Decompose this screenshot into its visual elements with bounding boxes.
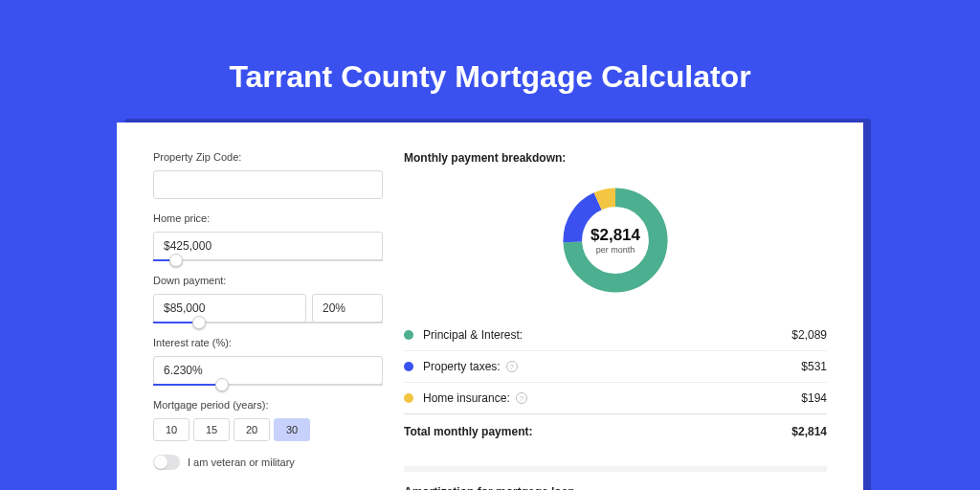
period-field: Mortgage period (years): 10152030 [153,399,383,441]
interest-field: Interest rate (%): [153,337,383,386]
veteran-toggle[interactable] [153,455,180,470]
zip-label: Property Zip Code: [153,151,383,163]
breakdown-item-value: $531 [801,360,827,373]
down-payment-field: Down payment: [153,275,383,323]
period-option-10[interactable]: 10 [153,418,189,441]
breakdown-row: Property taxes:?$531 [404,350,827,382]
donut-amount: $2,814 [590,226,640,245]
breakdown-item-name: Property taxes: [423,360,501,373]
calculator-card: Property Zip Code: Home price: Down paym… [117,122,863,490]
breakdown-item-name: Home insurance: [423,391,510,405]
slider-thumb[interactable] [169,254,183,267]
interest-slider[interactable] [153,384,383,386]
amortization-section: Amortization for mortgage loan Amortizat… [404,466,827,490]
interest-input[interactable] [153,356,383,385]
period-option-20[interactable]: 20 [234,418,270,441]
period-option-15[interactable]: 15 [193,418,230,441]
donut-sublabel: per month [596,245,635,255]
breakdown-title: Monthly payment breakdown: [404,151,827,165]
down-payment-input[interactable] [153,294,306,323]
breakdown-item-value: $194 [801,391,827,405]
legend-dot [404,393,413,403]
toggle-knob [154,456,167,469]
breakdown-total-row: Total monthly payment: $2,814 [404,413,827,449]
zip-field: Property Zip Code: [153,151,383,199]
breakdown-row: Principal & Interest:$2,089 [404,320,827,350]
interest-label: Interest rate (%): [153,337,383,348]
breakdown-list: Principal & Interest:$2,089Property taxe… [404,320,827,413]
veteran-row: I am veteran or military [153,455,383,470]
help-icon[interactable]: ? [516,392,527,404]
slider-thumb[interactable] [215,378,229,391]
legend-dot [404,330,413,340]
down-payment-label: Down payment: [153,275,383,286]
legend-dot [404,362,413,371]
breakdown-item-name: Principal & Interest: [423,328,523,342]
home-price-field: Home price: [153,212,383,261]
amortization-title: Amortization for mortgage loan [404,485,827,490]
breakdown-item-value: $2,089 [791,328,827,342]
total-value: $2,814 [791,425,827,438]
down-payment-slider[interactable] [153,322,383,323]
veteran-label: I am veteran or military [188,457,295,468]
zip-input[interactable] [153,170,383,199]
slider-thumb[interactable] [192,316,206,329]
period-options: 10152030 [153,418,383,441]
form-column: Property Zip Code: Home price: Down paym… [153,151,383,490]
help-icon[interactable]: ? [506,361,518,372]
breakdown-row: Home insurance:?$194 [404,382,827,413]
total-label: Total monthly payment: [404,425,532,438]
page-title: Tarrant County Mortgage Calculator [0,0,980,95]
home-price-label: Home price: [153,212,383,224]
down-payment-pct-input[interactable] [312,294,383,323]
donut-chart: $2,814 per month [404,178,827,302]
breakdown-column: Monthly payment breakdown: $2,814 per mo… [404,151,827,490]
home-price-input[interactable] [153,232,383,260]
home-price-slider[interactable] [153,259,383,261]
period-label: Mortgage period (years): [153,399,383,411]
period-option-30[interactable]: 30 [274,418,310,441]
